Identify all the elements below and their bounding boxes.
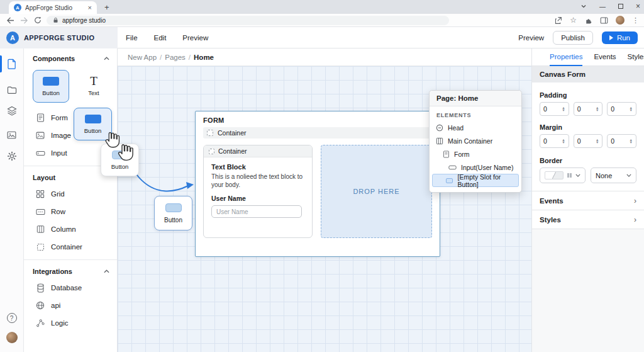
margin-stepper-1[interactable]: 0▲▼ bbox=[540, 134, 569, 148]
browser-tab-strip: A AppForge Studio × + — × bbox=[0, 0, 644, 14]
new-tab-button[interactable]: + bbox=[104, 3, 109, 14]
side-panel-icon[interactable] bbox=[600, 16, 608, 25]
chevron-down-icon bbox=[575, 174, 580, 177]
maximize-icon[interactable] bbox=[618, 4, 623, 9]
divider bbox=[24, 259, 117, 260]
margin-stepper-3[interactable]: 0▲▼ bbox=[607, 134, 636, 148]
toolbar-actions: ☆ ⋮ bbox=[554, 16, 639, 25]
element-row-head[interactable]: Head bbox=[432, 121, 519, 134]
row-icon bbox=[35, 208, 45, 215]
inner-container-card[interactable]: Container Text Block This is a nolieed t… bbox=[203, 145, 313, 238]
close-window-icon[interactable]: × bbox=[636, 2, 640, 11]
reload-icon[interactable] bbox=[33, 16, 43, 24]
tab-close-icon[interactable]: × bbox=[88, 4, 92, 11]
app-header: A APPFORGE STUDIO File Edit Preview Prev… bbox=[0, 27, 644, 48]
padding-stepper-2[interactable]: 0▲▼ bbox=[574, 102, 603, 116]
sidebar-item-column[interactable]: Column bbox=[24, 220, 117, 238]
profile-avatar[interactable] bbox=[616, 16, 625, 25]
dragged-button-tile[interactable]: Button bbox=[74, 108, 112, 140]
container-checkbox-icon[interactable] bbox=[207, 130, 213, 136]
canvas-button-element[interactable]: Button bbox=[154, 196, 192, 230]
tab-events[interactable]: Events bbox=[594, 48, 616, 66]
drop-zone[interactable]: DROP HERE bbox=[321, 145, 432, 238]
styles-accordion[interactable]: Styles › bbox=[532, 210, 644, 229]
tab-styles[interactable]: Styles bbox=[628, 48, 644, 66]
header-actions: Preview Publish Run bbox=[518, 27, 638, 48]
menu-edit[interactable]: Edit bbox=[154, 34, 167, 42]
form-content-row: Container Text Block This is a nolieed t… bbox=[203, 145, 432, 238]
element-row-form[interactable]: Form bbox=[432, 147, 519, 161]
chevron-right-icon: › bbox=[634, 215, 636, 224]
window-controls: — × bbox=[580, 0, 640, 13]
inner-container-header[interactable]: Container bbox=[204, 145, 312, 157]
publish-button[interactable]: Publish bbox=[553, 31, 593, 45]
canvas-region: New App / Pages / Home Button FORM bbox=[118, 48, 531, 352]
minimize-icon[interactable]: — bbox=[599, 3, 606, 10]
address-bar[interactable]: appforge studio bbox=[47, 16, 449, 25]
outer-container-bar[interactable]: Container bbox=[203, 127, 432, 139]
chevron-down-icon[interactable] bbox=[580, 3, 587, 9]
events-accordion[interactable]: Events › bbox=[532, 191, 644, 210]
user-name-input[interactable] bbox=[211, 205, 302, 218]
text-block-body: This is a nolieed the text block to your… bbox=[211, 173, 304, 189]
browser-menu-icon[interactable]: ⋮ bbox=[632, 16, 639, 25]
menu-file[interactable]: File bbox=[126, 34, 138, 42]
rail-layers-icon[interactable] bbox=[0, 100, 24, 121]
text-glyph-icon: T bbox=[90, 77, 97, 86]
share-icon[interactable] bbox=[554, 16, 562, 25]
margin-stepper-2[interactable]: 0▲▼ bbox=[574, 134, 603, 148]
component-tile-button[interactable]: Button bbox=[33, 70, 69, 103]
sidebar-item-database[interactable]: Database bbox=[24, 279, 117, 297]
rail-folder-icon[interactable] bbox=[0, 79, 24, 100]
sidebar-item-row[interactable]: Row bbox=[24, 203, 117, 220]
element-row-input[interactable]: Input(User Name) bbox=[432, 161, 519, 174]
preview-button[interactable]: Preview bbox=[518, 34, 544, 42]
breadcrumb-home[interactable]: Home bbox=[194, 54, 214, 61]
extensions-puzzle-icon[interactable] bbox=[584, 16, 592, 25]
bookmark-star-icon[interactable]: ☆ bbox=[570, 16, 577, 25]
breadcrumb-pages[interactable]: Pages bbox=[165, 54, 186, 61]
favicon-icon: A bbox=[14, 4, 21, 11]
elements-panel-title[interactable]: Page: Home bbox=[430, 91, 521, 106]
padding-stepper-1[interactable]: 0▲▼ bbox=[540, 102, 569, 116]
panel-empty-area bbox=[532, 229, 644, 352]
breadcrumb-new-app[interactable]: New App bbox=[128, 54, 157, 61]
back-icon[interactable] bbox=[5, 17, 15, 24]
form-icon bbox=[35, 113, 45, 122]
menu-bar: File Edit Preview bbox=[126, 27, 208, 48]
database-icon bbox=[35, 283, 45, 293]
sidebar-item-grid[interactable]: Grid bbox=[24, 185, 117, 203]
element-row-main-container[interactable]: Main Container bbox=[432, 134, 519, 147]
browser-tab[interactable]: A AppForge Studio × bbox=[9, 1, 97, 14]
rail-settings-gear-icon[interactable] bbox=[0, 145, 24, 166]
border-controls: None bbox=[540, 167, 636, 183]
rail-bottom: ? bbox=[6, 313, 18, 352]
rail-pages-icon[interactable] bbox=[0, 54, 24, 74]
menu-preview[interactable]: Preview bbox=[182, 34, 208, 42]
components-section-header[interactable]: Components bbox=[24, 51, 117, 66]
forward-icon[interactable] bbox=[19, 17, 29, 24]
border-width-icon bbox=[567, 173, 572, 178]
columns-icon bbox=[436, 137, 443, 145]
help-icon[interactable]: ? bbox=[7, 313, 17, 323]
run-button[interactable]: Run bbox=[602, 31, 638, 44]
sidebar-item-container[interactable]: Container bbox=[24, 238, 117, 256]
sidebar-item-api[interactable]: api bbox=[24, 297, 117, 314]
element-row-empty-slot[interactable]: [Empty Slot for Button] bbox=[432, 174, 519, 187]
grid-icon bbox=[35, 190, 45, 198]
padding-stepper-3[interactable]: 0▲▼ bbox=[607, 102, 636, 116]
canvas-form-section-title: Canvas Form bbox=[532, 66, 644, 82]
sidebar-item-logic[interactable]: Logic bbox=[24, 314, 117, 332]
form-canvas-panel[interactable]: FORM Container Container Text Block This… bbox=[195, 111, 440, 257]
user-avatar[interactable] bbox=[6, 332, 18, 343]
container-checkbox-icon[interactable] bbox=[209, 149, 214, 154]
logic-nodes-icon bbox=[35, 319, 45, 327]
border-style-dropdown[interactable]: None bbox=[591, 167, 636, 183]
layout-title: Layout bbox=[33, 174, 55, 181]
integrations-section-header[interactable]: Integrations bbox=[24, 264, 117, 279]
border-color-dropdown[interactable] bbox=[540, 167, 586, 183]
tab-properties[interactable]: Properties bbox=[550, 48, 582, 66]
rail-media-icon[interactable] bbox=[0, 125, 24, 145]
design-canvas[interactable]: Button FORM Container Container bbox=[118, 66, 531, 352]
component-tile-text[interactable]: T Text bbox=[75, 70, 112, 103]
